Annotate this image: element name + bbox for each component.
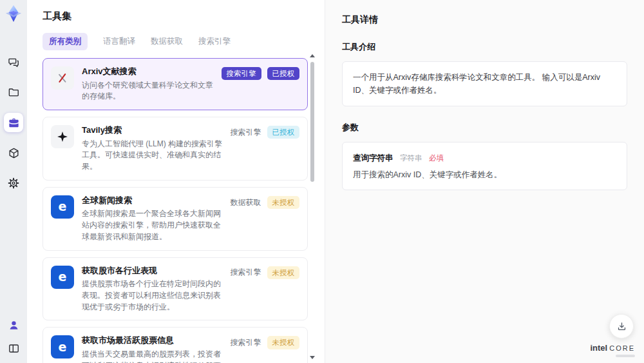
sidebar-item-plugins[interactable] <box>4 143 23 162</box>
tool-name: 获取市场最活跃股票信息 <box>82 335 223 346</box>
intel-core-logo: intelCORE <box>590 342 635 357</box>
tool-list-item[interactable]: e 获取股市各行业表现 提供股票市场各个行业在特定时间段内的表现。投资者可以利用… <box>43 257 308 321</box>
tab-data-fetching[interactable]: 数据获取 <box>151 36 183 47</box>
auth-status-badge: 未授权 <box>267 336 300 349</box>
tool-detail-panel: 工具详情 工具介绍 一个用于从Arxiv存储库搜索科学论文和文章的工具。 输入可… <box>325 0 644 363</box>
category-badge: 搜索引擎 <box>231 267 261 278</box>
core-brand-text: CORE <box>609 344 635 352</box>
sidebar-item-toolbox[interactable] <box>4 113 23 132</box>
intel-sub-badge <box>616 355 635 357</box>
detail-title: 工具详情 <box>342 14 627 26</box>
sidebar-nav <box>4 52 23 193</box>
tool-main: Arxiv文献搜索 访问各个研究领域大量科学论文和文章的存储库。 <box>82 66 214 103</box>
param-card: 查询字符串 字符串 必填 用于搜索的Arxiv ID、关键字或作者姓名。 <box>342 142 627 190</box>
sidebar-item-folder[interactable] <box>4 83 23 102</box>
auth-status-badge: 未授权 <box>267 266 300 279</box>
gear-icon <box>7 177 20 190</box>
sidebar-bottom <box>0 315 27 358</box>
news-blue-icon: e <box>51 335 74 358</box>
tab-all-categories[interactable]: 所有类别 <box>43 33 88 50</box>
tool-main: 全球新闻搜索 全球新闻搜索是一个聚合全球各大新闻网站内容的搜索引擎，帮助用户快速… <box>82 195 223 243</box>
tool-name: Tavily搜索 <box>82 124 223 136</box>
tab-language-translation[interactable]: 语言翻译 <box>103 36 135 47</box>
sidebar <box>0 0 27 363</box>
chat-icon <box>8 56 20 68</box>
toolset-panel: 工具集 所有类别语言翻译数据获取搜索引擎 Arxiv文献搜索 访问各个研究领域大… <box>27 0 325 363</box>
arxiv-icon <box>51 66 74 90</box>
intro-card: 一个用于从Arxiv存储库搜索科学论文和文章的工具。 输入可以是Arxiv ID… <box>342 61 627 106</box>
category-badge: 数据获取 <box>231 197 261 208</box>
intro-heading: 工具介绍 <box>342 41 627 53</box>
category-badge: 搜索引擎 <box>222 67 261 80</box>
news-blue-icon: e <box>51 195 74 219</box>
tool-badges: 搜索引擎 未授权 <box>231 336 300 349</box>
tool-list-item[interactable]: e 全球新闻搜索 全球新闻搜索是一个聚合全球各大新闻网站内容的搜索引擎，帮助用户… <box>43 187 308 251</box>
intro-text: 一个用于从Arxiv存储库搜索科学论文和文章的工具。 输入可以是Arxiv ID… <box>353 73 600 95</box>
sidebar-item-chat[interactable] <box>4 52 23 72</box>
news-blue-icon: e <box>51 266 74 289</box>
tool-main: 获取股市各行业表现 提供股票市场各个行业在特定时间段内的表现。投资者可以利用这些… <box>82 265 223 313</box>
tool-main: 获取市场最活跃股票信息 提供当天交易量最高的股票列表，投资者可以利用这些信息来识… <box>82 335 223 363</box>
auth-status-badge: 已授权 <box>267 67 300 80</box>
folder-icon <box>8 86 20 99</box>
tool-description: 提供股票市场各个行业在特定时间段内的表现。投资者可以利用这些信息来识别表现优于或… <box>82 279 223 313</box>
app-root: 工具集 所有类别语言翻译数据获取搜索引擎 Arxiv文献搜索 访问各个研究领域大… <box>0 0 644 363</box>
params-heading: 参数 <box>342 122 627 133</box>
param-name: 查询字符串 <box>353 153 393 162</box>
tool-list-item[interactable]: Tavily搜索 专为人工智能代理 (LLM) 构建的搜索引擎工具。可快速提供实… <box>43 117 308 181</box>
param-header: 查询字符串 字符串 必填 <box>353 152 616 164</box>
tool-name: 全球新闻搜索 <box>82 195 223 206</box>
sidebar-item-profile[interactable] <box>4 315 23 335</box>
tab-search-engine[interactable]: 搜索引擎 <box>198 36 231 47</box>
briefcase-icon <box>8 117 20 129</box>
download-button[interactable] <box>609 314 634 338</box>
sidebar-item-settings[interactable] <box>4 173 23 193</box>
category-badge: 搜索引擎 <box>231 127 261 138</box>
scroll-up-arrow[interactable] <box>310 54 315 57</box>
scrollbar[interactable] <box>309 54 316 359</box>
tool-list-item[interactable]: e 获取市场最活跃股票信息 提供当天交易量最高的股票列表，投资者可以利用这些信息… <box>43 327 308 363</box>
tool-badges: 搜索引擎 已授权 <box>222 67 300 80</box>
tool-badges: 数据获取 未授权 <box>231 196 300 209</box>
auth-status-badge: 已授权 <box>267 126 300 139</box>
param-description: 用于搜索的Arxiv ID、关键字或作者姓名。 <box>353 170 616 181</box>
auth-status-badge: 未授权 <box>267 196 300 209</box>
tool-description: 访问各个研究领域大量科学论文和文章的存储库。 <box>82 80 214 103</box>
scroll-down-arrow[interactable] <box>310 356 315 359</box>
intel-brand-text: intel <box>590 343 607 353</box>
tool-name: 获取股市各行业表现 <box>82 265 223 277</box>
tool-description: 专为人工智能代理 (LLM) 构建的搜索引擎工具。可快速提供实时、准确和真实的结… <box>82 139 223 173</box>
tool-name: Arxiv文献搜索 <box>82 66 214 77</box>
download-icon <box>616 321 627 332</box>
tool-badges: 搜索引擎 已授权 <box>231 126 300 139</box>
category-badge: 搜索引擎 <box>231 337 261 348</box>
tool-description: 提供当天交易量最高的股票列表，投资者可以利用这些信息来识别流动性强的股票和潜在的… <box>82 349 223 363</box>
tool-list: Arxiv文献搜索 访问各个研究领域大量科学论文和文章的存储库。 搜索引擎 已授… <box>43 58 308 363</box>
sidebar-item-panel-toggle[interactable] <box>4 338 23 358</box>
param-type: 字符串 <box>400 154 422 162</box>
tavily-icon <box>51 125 74 148</box>
page-title: 工具集 <box>43 10 308 23</box>
category-tabs: 所有类别语言翻译数据获取搜索引擎 <box>43 33 308 50</box>
tool-description: 全球新闻搜索是一个聚合全球各大新闻网站内容的搜索引擎，帮助用户快速获取全球最新资… <box>82 208 223 242</box>
panel-toggle-icon <box>8 342 20 355</box>
tool-list-item[interactable]: Arxiv文献搜索 访问各个研究领域大量科学论文和文章的存储库。 搜索引擎 已授… <box>43 58 308 110</box>
app-logo-icon <box>5 5 23 23</box>
cube-icon <box>8 147 20 159</box>
tool-main: Tavily搜索 专为人工智能代理 (LLM) 构建的搜索引擎工具。可快速提供实… <box>82 124 223 173</box>
param-required-badge: 必填 <box>429 154 444 162</box>
scrollbar-thumb[interactable] <box>310 62 314 182</box>
user-icon <box>8 319 20 331</box>
tool-badges: 搜索引擎 未授权 <box>231 266 300 279</box>
